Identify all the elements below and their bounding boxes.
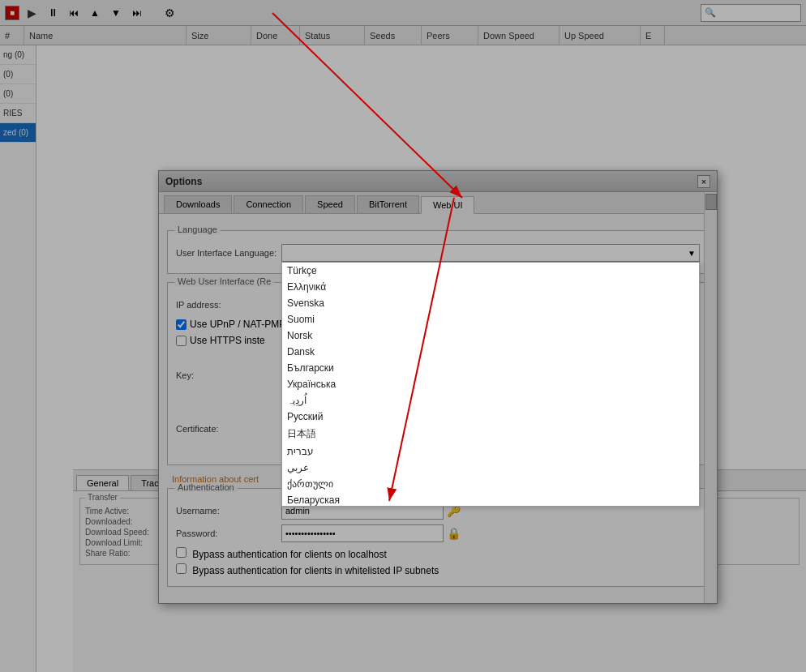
language-dropdown-list[interactable]: TürkçeΕλληνικάSvenskaSuomiNorskDanskБълг… xyxy=(281,262,700,507)
language-option[interactable]: Norsk xyxy=(282,327,699,344)
language-option[interactable]: ქართული xyxy=(282,476,699,492)
language-option[interactable]: Svenska xyxy=(282,295,699,311)
language-option[interactable]: Български xyxy=(282,360,699,376)
language-options-list: TürkçeΕλληνικάSvenskaSuomiNorskDanskБълг… xyxy=(282,263,699,506)
language-option[interactable]: Dansk xyxy=(282,344,699,360)
language-option[interactable]: Suomi xyxy=(282,311,699,327)
language-option[interactable]: Türkçe xyxy=(282,263,699,279)
language-option[interactable]: Русский xyxy=(282,409,699,425)
language-option[interactable]: عربي xyxy=(282,460,699,476)
language-option[interactable]: Беларуская xyxy=(282,492,699,506)
language-option[interactable]: اُردِیہ xyxy=(282,392,699,409)
language-option[interactable]: Ελληνικά xyxy=(282,279,699,295)
language-option[interactable]: Українська xyxy=(282,376,699,392)
app-background: ■ ▶ ⏸ ⏮ ▲ ▼ ⏭ ⚙ 🔍 # Name Si xyxy=(0,0,806,672)
language-option[interactable]: 日本語 xyxy=(282,425,699,443)
language-option[interactable]: עברית xyxy=(282,443,699,460)
